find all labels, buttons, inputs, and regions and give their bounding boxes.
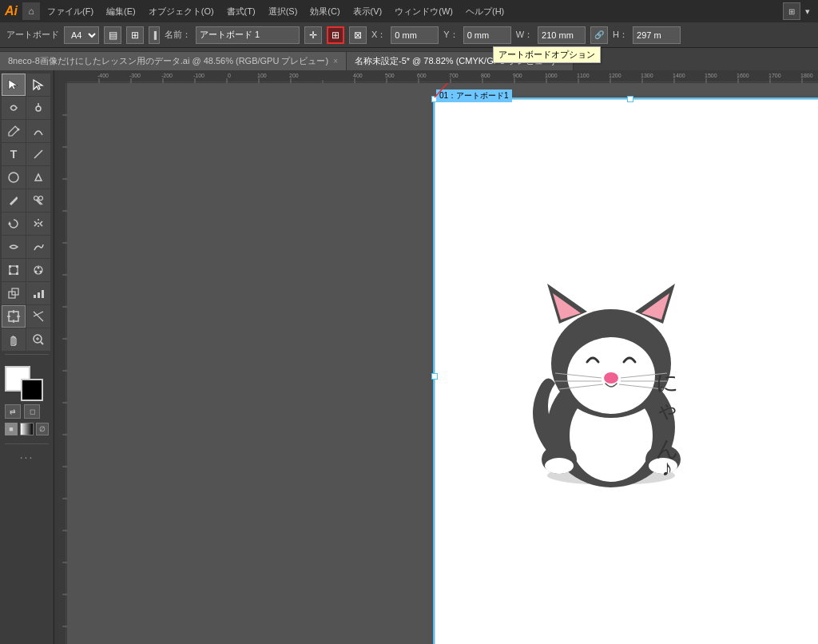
- vertical-ruler: [54, 83, 67, 644]
- ellipse-tool-btn[interactable]: [2, 166, 26, 189]
- svg-text:1400: 1400: [673, 73, 685, 78]
- magic-wand-btn[interactable]: [26, 97, 50, 119]
- artboard-grid-btn[interactable]: ⊞: [126, 26, 144, 44]
- reflect-tool-btn[interactable]: [26, 213, 50, 235]
- artboard-name-input[interactable]: [196, 26, 300, 44]
- artboard[interactable]: に ゃ ん ♪: [435, 99, 818, 644]
- svg-text:♪: ♪: [655, 455, 680, 480]
- canvas-area[interactable]: -400 -300 -200 -100 0 100 200 400 500 60…: [54, 70, 818, 644]
- free-transform-btn[interactable]: [2, 259, 26, 281]
- menu-help[interactable]: ヘルプ(H): [460, 4, 510, 19]
- tool-row-blend: [2, 282, 52, 304]
- artboard-tool-btn[interactable]: [2, 305, 26, 328]
- constrain-proportions-btn[interactable]: 🔗: [590, 26, 608, 44]
- menu-type[interactable]: 書式(T): [221, 4, 261, 19]
- warp-tool-btn[interactable]: [26, 236, 50, 258]
- y-input[interactable]: [463, 26, 511, 44]
- direct-selection-tool-btn[interactable]: [26, 74, 50, 96]
- swap-colors-btn[interactable]: ⇄: [5, 404, 21, 419]
- cat-illustration: に ゃ ん ♪: [515, 260, 723, 499]
- svg-point-18: [40, 271, 42, 273]
- lasso-tool-btn[interactable]: [2, 97, 26, 119]
- svg-point-4: [9, 173, 18, 182]
- svg-rect-14: [9, 272, 11, 275]
- svg-rect-24: [42, 290, 44, 298]
- curvature-tool-btn[interactable]: [26, 120, 50, 142]
- hand-tool-btn[interactable]: [2, 328, 26, 351]
- svg-text:400: 400: [353, 73, 363, 78]
- svg-text:200: 200: [289, 73, 299, 78]
- svg-text:0: 0: [228, 73, 231, 78]
- none-btn[interactable]: ∅: [36, 423, 49, 435]
- rotate-tool-btn[interactable]: [2, 213, 26, 235]
- artboard-move-btn[interactable]: ✛: [304, 26, 322, 44]
- menu-effect[interactable]: 効果(C): [304, 4, 345, 19]
- artboard-options-button[interactable]: ⊞: [327, 26, 344, 44]
- artboard-size-select[interactable]: A4: [64, 26, 99, 44]
- svg-text:1200: 1200: [609, 73, 621, 78]
- svg-marker-9: [8, 221, 11, 225]
- tool-row-nav: [2, 328, 52, 351]
- menu-object[interactable]: オブジェクト(O): [143, 4, 220, 19]
- svg-text:1600: 1600: [737, 73, 749, 78]
- w-label: W：: [516, 29, 533, 41]
- tool-row-lasso: [2, 97, 52, 119]
- svg-text:600: 600: [417, 73, 427, 78]
- graph-tool-btn[interactable]: [26, 282, 50, 304]
- line-tool-btn[interactable]: [26, 143, 50, 165]
- stroke-color[interactable]: [21, 379, 43, 401]
- workspace-button[interactable]: ⊞: [783, 2, 800, 20]
- pen-tool-btn[interactable]: [2, 120, 26, 142]
- menu-file[interactable]: ファイル(F): [42, 4, 99, 19]
- svg-point-17: [38, 267, 40, 269]
- svg-line-3: [34, 150, 42, 158]
- gradient-btn[interactable]: G: [20, 423, 33, 435]
- svg-text:900: 900: [513, 73, 522, 78]
- ruler-h-marks: -400 -300 -200 -100 0 100 200 400 500 60…: [67, 70, 818, 83]
- tab-0-close[interactable]: ×: [333, 57, 338, 66]
- artboard-btn3[interactable]: ▐: [149, 26, 160, 44]
- selection-tool-btn[interactable]: [2, 74, 26, 96]
- tool-row-width: [2, 236, 52, 258]
- y-label: Y：: [443, 29, 458, 41]
- zoom-tool-btn[interactable]: [26, 328, 50, 351]
- ruler-v-marks: [54, 83, 67, 644]
- menu-window[interactable]: ウィンドウ(W): [389, 4, 459, 19]
- more-tools[interactable]: ···: [2, 447, 52, 467]
- h-label: H：: [613, 29, 628, 41]
- cat-svg: に ゃ ん ♪: [515, 260, 723, 499]
- svg-text:1300: 1300: [641, 73, 653, 78]
- menu-edit[interactable]: 編集(E): [101, 4, 141, 19]
- tab-0[interactable]: 8neco-8画像だけにしたレッスン用のデータ.ai @ 48.56% (RGB…: [0, 51, 347, 70]
- svg-point-2: [18, 129, 20, 131]
- x-input[interactable]: [391, 26, 439, 44]
- default-colors-btn[interactable]: ◻: [24, 404, 40, 419]
- slice-tool-btn[interactable]: [26, 305, 50, 328]
- svg-text:-300: -300: [129, 73, 141, 78]
- color-boxes: [5, 366, 43, 401]
- svg-point-117: [545, 458, 574, 474]
- artboard-scatter-btn[interactable]: ⊠: [349, 26, 367, 44]
- type-tool-btn[interactable]: T: [2, 143, 26, 165]
- artboard-label: アートボード: [6, 29, 59, 41]
- tab-0-label: 8neco-8画像だけにしたレッスン用のデータ.ai @ 48.56% (RGB…: [8, 55, 328, 67]
- menu-select[interactable]: 選択(S): [263, 4, 304, 19]
- home-button[interactable]: ⌂: [22, 2, 40, 20]
- tool-row-artboard: [2, 305, 52, 328]
- artboard-preset-btn[interactable]: ▤: [104, 26, 121, 44]
- scissors-tool-btn[interactable]: [26, 189, 50, 212]
- shape-builder-btn[interactable]: [2, 282, 26, 304]
- menu-bar: Ai ⌂ ファイル(F) 編集(E) オブジェクト(O) 書式(T) 選択(S)…: [0, 0, 818, 22]
- shaper-tool-btn[interactable]: [26, 166, 50, 189]
- puppet-warp-btn[interactable]: [26, 259, 50, 281]
- svg-text:100: 100: [257, 73, 267, 78]
- tool-row-type: T: [2, 143, 52, 165]
- width-tool-btn[interactable]: [2, 236, 26, 258]
- h-input[interactable]: [633, 26, 681, 44]
- menu-view[interactable]: 表示(V): [347, 4, 388, 19]
- svg-rect-12: [9, 265, 11, 268]
- paintbrush-tool-btn[interactable]: [2, 189, 26, 212]
- color-btn[interactable]: ■: [5, 423, 18, 435]
- w-input[interactable]: [538, 26, 586, 44]
- horizontal-ruler: -400 -300 -200 -100 0 100 200 400 500 60…: [54, 70, 818, 83]
